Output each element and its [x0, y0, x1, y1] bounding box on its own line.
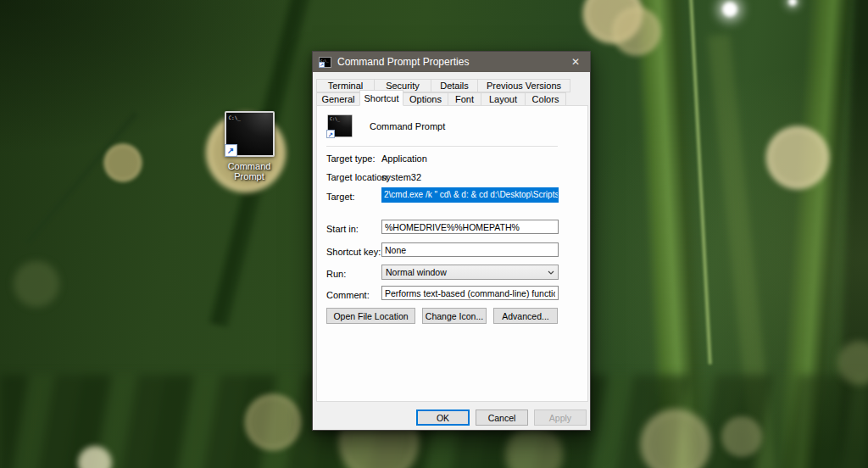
- start-in-input[interactable]: [381, 220, 559, 234]
- start-in-label: Start in:: [326, 224, 359, 234]
- shortcut-name: Command Prompt: [370, 121, 445, 131]
- shortcut-tab-page: C:\_ ↗ Command Prompt Target type: Appli…: [316, 105, 588, 402]
- shortcut-arrow-icon: ↗: [225, 144, 237, 157]
- desktop-shortcut-label: Command Prompt: [220, 161, 279, 181]
- title-bar[interactable]: C:\_ ↗ Command Prompt Properties ✕: [313, 52, 590, 72]
- bokeh-light: [765, 125, 830, 190]
- dialog-title: Command Prompt Properties: [337, 56, 561, 68]
- close-icon: ✕: [571, 56, 580, 68]
- chevron-down-icon: [544, 270, 558, 275]
- target-type-label: Target type:: [326, 153, 375, 164]
- cmd-prompt-glyph: C:\_: [229, 114, 241, 120]
- tab-row-lower: General Shortcut Options Font Layout Col…: [316, 92, 565, 106]
- ok-button[interactable]: OK: [416, 410, 470, 426]
- tab-details[interactable]: Details: [431, 79, 478, 92]
- bokeh-light: [720, 415, 764, 459]
- run-selected-value: Normal window: [382, 267, 544, 277]
- tab-layout[interactable]: Layout: [481, 92, 526, 106]
- target-label: Target:: [326, 192, 355, 202]
- change-icon-button[interactable]: Change Icon...: [422, 308, 487, 324]
- run-label: Run:: [326, 269, 346, 279]
- desktop-shortcut-command-prompt[interactable]: C:\_ ↗ Command Prompt: [220, 111, 279, 181]
- cancel-button[interactable]: Cancel: [476, 410, 528, 426]
- advanced-button[interactable]: Advanced...: [493, 308, 558, 324]
- target-location-label: Target location:: [326, 172, 390, 182]
- properties-dialog: C:\_ ↗ Command Prompt Properties ✕ Termi…: [312, 51, 591, 431]
- open-file-location-button[interactable]: Open File Location: [326, 308, 415, 324]
- tab-row-upper: Terminal Security Details Previous Versi…: [316, 79, 570, 92]
- tab-shortcut[interactable]: Shortcut: [359, 90, 403, 106]
- shortcut-key-input[interactable]: [381, 242, 559, 257]
- shortcut-arrow-icon: ↗: [326, 130, 335, 138]
- command-prompt-icon: C:\_ ↗: [225, 111, 275, 157]
- run-dropdown[interactable]: Normal window: [381, 265, 559, 280]
- shortcut-arrow-icon: ↗: [319, 62, 325, 68]
- target-location-value: system32: [381, 172, 421, 182]
- comment-input[interactable]: [381, 286, 559, 300]
- bokeh-light: [612, 7, 661, 56]
- bokeh-light: [103, 143, 142, 182]
- tab-previous-versions[interactable]: Previous Versions: [477, 79, 570, 92]
- bokeh-light: [244, 393, 302, 451]
- tab-options[interactable]: Options: [403, 92, 448, 106]
- apply-button[interactable]: Apply: [534, 410, 587, 426]
- close-button[interactable]: ✕: [561, 52, 590, 72]
- shortcut-key-label: Shortcut key:: [326, 247, 381, 257]
- tab-font[interactable]: Font: [448, 92, 481, 106]
- command-prompt-icon: C:\_ ↗: [327, 114, 353, 137]
- command-prompt-shortcut-icon: C:\_ ↗: [319, 57, 331, 68]
- tab-colors[interactable]: Colors: [525, 92, 566, 106]
- light-sparkle: [788, 0, 797, 6]
- target-selected-text: 2\cmd.exe /k " cd\ & d: & cd d:\Desktop\…: [382, 188, 558, 202]
- tab-general[interactable]: General: [316, 92, 360, 106]
- separator: [326, 146, 558, 147]
- comment-label: Comment:: [326, 290, 370, 300]
- target-input[interactable]: 2\cmd.exe /k " cd\ & d: & cd d:\Desktop\…: [381, 187, 559, 203]
- bokeh-light: [12, 259, 61, 309]
- light-sparkle: [722, 2, 737, 17]
- target-type-value: Application: [381, 153, 427, 164]
